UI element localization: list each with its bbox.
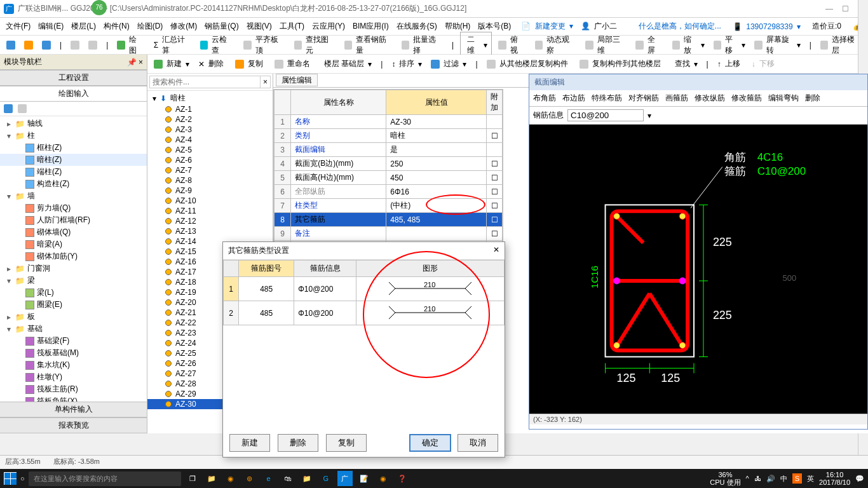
tree-item[interactable]: 筏板基础(M) bbox=[0, 347, 147, 359]
filter-button[interactable]: 过滤 ▾ bbox=[428, 56, 469, 72]
prop-row[interactable]: 6全部纵筋6Φ16☐ bbox=[275, 185, 503, 199]
taskbar-app-3[interactable]: ⊚ bbox=[242, 471, 257, 486]
az-item[interactable]: AZ-11 bbox=[147, 206, 273, 216]
taskbar-search[interactable]: 在这里输入你要搜索的内容 bbox=[29, 471, 181, 486]
menu-file[interactable]: 文件(F) bbox=[4, 20, 32, 33]
taskbar-app-6[interactable]: 广 bbox=[337, 471, 353, 486]
phone-label[interactable]: 📱 13907298339 ▾ bbox=[731, 21, 803, 32]
tree-item[interactable]: 剪力墙(Q) bbox=[0, 202, 147, 214]
az-item[interactable]: AZ-13 bbox=[147, 226, 273, 236]
tree-item[interactable]: 暗柱(Z) bbox=[0, 154, 147, 166]
tree-item[interactable]: 柱墩(Y) bbox=[0, 371, 147, 383]
tree-item[interactable]: ▸📁轴线 bbox=[0, 118, 147, 130]
save-file-icon[interactable] bbox=[39, 39, 53, 51]
tree-item[interactable]: 砌体加筋(Y) bbox=[0, 250, 147, 262]
section-tool-0[interactable]: 布角筋 bbox=[533, 93, 556, 104]
move-up-button[interactable]: ↑ 上移 bbox=[715, 56, 745, 72]
cortana-icon[interactable]: ○ bbox=[20, 475, 25, 482]
menu-edit[interactable]: 编辑(E) bbox=[36, 20, 65, 33]
tree-item[interactable]: 人防门框墙(RF) bbox=[0, 214, 147, 226]
section-single[interactable]: 单构件输入 bbox=[0, 402, 147, 417]
copy-to-floor-button[interactable]: 复制构件到其他楼层 bbox=[577, 56, 666, 72]
section-tool-6[interactable]: 修改箍筋 bbox=[731, 93, 762, 104]
tree-item[interactable]: ▸📁板 bbox=[0, 311, 147, 323]
tray-ime-2[interactable]: S bbox=[792, 473, 802, 484]
section-tool-5[interactable]: 修改纵筋 bbox=[695, 93, 725, 104]
redo-icon[interactable] bbox=[86, 39, 100, 51]
taskbar-app-1[interactable]: 📁 bbox=[204, 471, 219, 486]
tree-item[interactable]: 砌体墙(Q) bbox=[0, 226, 147, 238]
property-tab[interactable]: 属性编辑 bbox=[276, 74, 318, 86]
tree-item[interactable]: ▸📁门窗洞 bbox=[0, 262, 147, 274]
az-item[interactable]: AZ-9 bbox=[147, 186, 273, 196]
tree-item[interactable]: 筏板主筋(R) bbox=[0, 383, 147, 395]
tree-item[interactable]: 端柱(Z) bbox=[0, 166, 147, 178]
undo-icon[interactable] bbox=[68, 39, 82, 51]
az-item[interactable]: AZ-8 bbox=[147, 175, 273, 186]
section-tool-8[interactable]: 删除 bbox=[805, 93, 820, 104]
stirrup-row[interactable]: 2485Φ10@200210 bbox=[224, 301, 505, 325]
taskbar-app-4[interactable]: 📁 bbox=[299, 471, 315, 486]
tree-item[interactable]: 框柱(Z) bbox=[0, 142, 147, 154]
tray-network-icon[interactable]: 🖧 bbox=[754, 475, 761, 482]
rebar-dropdown-icon[interactable]: ▾ bbox=[648, 111, 651, 120]
tree-item[interactable]: ▾📁柱 bbox=[0, 130, 147, 142]
floor-dropdown[interactable]: 楼层 基础层 ▾ bbox=[319, 56, 374, 72]
section-engineering[interactable]: 工程设置 bbox=[0, 70, 147, 86]
new-component-button[interactable]: 新建 ▾ bbox=[151, 56, 192, 72]
find-button[interactable]: 查找 ▾ bbox=[670, 56, 700, 72]
dialog-close-icon[interactable]: ✕ bbox=[493, 245, 499, 256]
dialog-delete-button[interactable]: 删除 bbox=[278, 434, 318, 452]
prop-row[interactable]: 5截面高(H边)(mm)450☐ bbox=[275, 171, 503, 185]
tree-item[interactable]: 集水坑(K) bbox=[0, 359, 147, 371]
section-tool-2[interactable]: 特殊布筋 bbox=[592, 93, 622, 104]
tray-ime-3[interactable]: 英 bbox=[807, 474, 814, 484]
section-tool-7[interactable]: 编辑弯钩 bbox=[768, 93, 799, 104]
az-item[interactable]: AZ-10 bbox=[147, 196, 273, 206]
open-file-icon[interactable] bbox=[22, 39, 36, 51]
az-root[interactable]: ▾ ⬇ 暗柱 bbox=[147, 92, 273, 104]
tray-clock[interactable]: 16:102017/8/10 bbox=[819, 471, 850, 486]
sort-button[interactable]: ↕ 排序 ▾ bbox=[389, 56, 424, 72]
delete-component-button[interactable]: ✕ 删除 bbox=[196, 56, 229, 72]
move-down-button[interactable]: ↓ 下移 bbox=[749, 56, 780, 72]
stirrup-row[interactable]: 1485Φ10@200210 bbox=[224, 277, 505, 301]
section-tool-3[interactable]: 对齐钢筋 bbox=[628, 93, 659, 104]
tray-notification-icon[interactable]: 💬 bbox=[855, 475, 864, 483]
rebar-info-input[interactable] bbox=[567, 109, 644, 121]
new-file-icon[interactable] bbox=[4, 39, 18, 51]
tree-item[interactable]: 圈梁(E) bbox=[0, 299, 147, 311]
copy-component-button[interactable]: 复制 bbox=[233, 56, 268, 72]
prop-row[interactable]: 7柱类型(中柱)☐ bbox=[275, 199, 503, 213]
prop-row[interactable]: 8其它箍筋485, 485☐ bbox=[275, 213, 503, 227]
copy-from-floor-button[interactable]: 从其他楼层复制构件 bbox=[484, 56, 573, 72]
minimize-icon[interactable]: — bbox=[825, 4, 833, 13]
section-tool-4[interactable]: 画箍筋 bbox=[665, 93, 688, 104]
search-clear-icon[interactable]: × bbox=[261, 76, 271, 88]
prop-row[interactable]: 4截面宽(B边)(mm)250☐ bbox=[275, 157, 503, 171]
taskbar-app-8[interactable]: ◉ bbox=[376, 471, 391, 486]
taskbar-store[interactable]: 🛍 bbox=[280, 471, 295, 486]
section-drawing[interactable]: 绘图输入 bbox=[0, 86, 147, 102]
rename-button[interactable]: 重命名 bbox=[272, 56, 315, 72]
tree-item[interactable]: 暗梁(A) bbox=[0, 238, 147, 250]
tray-up-icon[interactable]: ^ bbox=[746, 475, 749, 482]
menu-floor[interactable]: 楼层(L) bbox=[69, 20, 98, 33]
tree-item[interactable]: 梁(L) bbox=[0, 287, 147, 299]
tray-volume-icon[interactable]: 🔊 bbox=[766, 475, 775, 483]
section-canvas[interactable]: 225 225 125 125 1C16 500 角筋 4C16 箍筋 bbox=[529, 125, 867, 424]
az-item[interactable]: AZ-5 bbox=[147, 145, 273, 155]
az-item[interactable]: AZ-2 bbox=[147, 114, 273, 125]
pin-icon[interactable]: 📌 bbox=[127, 58, 137, 67]
prop-row[interactable]: 1名称AZ-30 bbox=[275, 115, 503, 129]
tree-item[interactable]: ▾📁梁 bbox=[0, 274, 147, 287]
taskbar-app-5[interactable]: G bbox=[318, 471, 334, 486]
prop-row[interactable]: 3截面编辑是 bbox=[275, 143, 503, 157]
dialog-cancel-button[interactable]: 取消 bbox=[458, 434, 498, 452]
dialog-copy-button[interactable]: 复制 bbox=[326, 434, 367, 452]
task-view-icon[interactable]: ❐ bbox=[185, 471, 200, 486]
taskbar-app-7[interactable]: 📝 bbox=[356, 471, 372, 486]
az-item[interactable]: AZ-1 bbox=[147, 104, 273, 114]
tree-item[interactable]: ▾📁基础 bbox=[0, 323, 147, 335]
taskbar-app-2[interactable]: ◉ bbox=[223, 471, 238, 486]
